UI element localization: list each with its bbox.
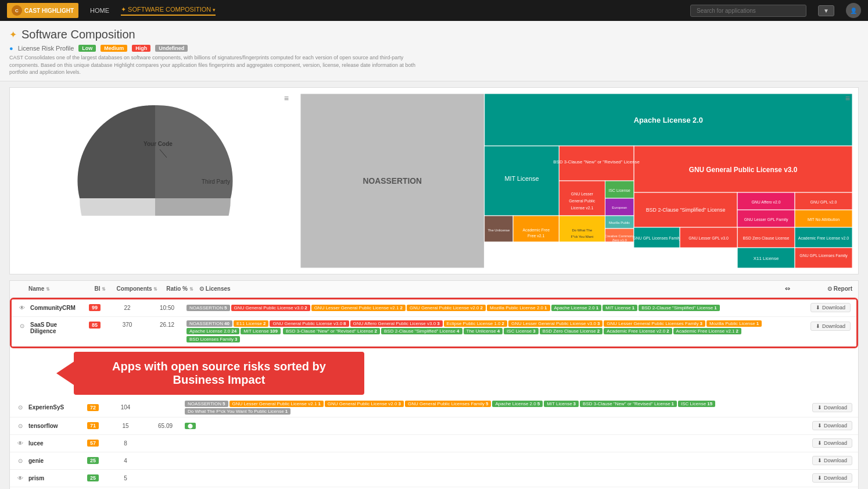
lic-tag[interactable]: NOASSERTION 5 <box>186 305 230 311</box>
row-bi: 71 <box>84 422 102 429</box>
lic-tag[interactable]: GNU General Public License v3.0 8 <box>270 320 349 327</box>
third-party-label: Third Party <box>202 179 230 185</box>
row-components: 4 <box>105 458 146 464</box>
bi-badge: 57 <box>87 440 99 447</box>
sort-ratio-icon[interactable]: ⇅ <box>189 287 193 292</box>
row-name: SaaS Due Diligence <box>30 322 83 334</box>
license-profile-section: ● License Risk Profile Low Medium High U… <box>9 45 859 52</box>
lic-tag[interactable]: BSD 3-Clause "New" or "Revised" License … <box>283 328 380 334</box>
lic-tag[interactable]: MIT License 1 <box>602 305 637 311</box>
lic-tag[interactable]: BSD 3-Clause "New" or "Revised" License … <box>580 401 677 407</box>
row-eye-icon[interactable]: 👁 <box>17 303 27 312</box>
lic-tag[interactable]: GNU Lesser General Public Licenses Famil… <box>604 320 705 327</box>
table-area: Name ⇅ BI ⇅ Components ⇅ Ratio % ⇅ ⊙ L <box>9 280 859 489</box>
lic-tag[interactable]: Academic Free License v2.1 2 <box>673 328 741 334</box>
download-button[interactable]: ⬇ Download <box>812 438 852 448</box>
lic-tag[interactable]: Mozilla Public License 1 <box>706 320 762 327</box>
download-button[interactable]: ⬇ Download <box>810 303 851 312</box>
nav-software-composition[interactable]: ✦ SOFTWARE COMPOSITION ▾ <box>121 6 216 16</box>
lic-tag[interactable]: GNU Lesser General Public License v2.1 1 <box>229 401 324 407</box>
svg-text:GNU Lesser GPL Family: GNU Lesser GPL Family <box>744 217 788 222</box>
row-bi: 25 <box>84 457 102 464</box>
filter-button[interactable]: ▼ <box>818 5 834 16</box>
title-icon: ✦ <box>9 29 17 40</box>
callout-arrow <box>56 362 74 385</box>
treemap-menu-icon[interactable]: ≡ <box>845 94 850 103</box>
lic-tag[interactable]: Apache License 2.0 5 <box>492 401 543 407</box>
treemap-container: Apache License 2.0 GNU General Public Li… <box>300 94 852 268</box>
row-icon[interactable]: ⊙ <box>16 456 25 465</box>
sort-components-icon[interactable]: ⇅ <box>153 287 157 292</box>
svg-text:BSD 3-Clause "New" or "Revised: BSD 3-Clause "New" or "Revised" License <box>553 159 640 165</box>
nav-logo[interactable]: C CAST HIGHLIGHT <box>7 3 78 18</box>
row-icon[interactable]: 👁 <box>16 438 25 448</box>
treemap-section: ≡ Apache License 2.0 GNU General Public … <box>300 94 852 268</box>
lic-tag[interactable]: Do What The F*ck You Want To Public Lice… <box>185 408 290 415</box>
lic-tag[interactable]: NOASSERTION 5 <box>185 401 228 407</box>
lic-tag[interactable]: The Unlicense 4 <box>464 328 503 334</box>
download-button[interactable]: ⬇ Download <box>812 456 852 465</box>
svg-text:GNU GPL Licenses Family: GNU GPL Licenses Family <box>633 236 681 241</box>
row-components: 8 <box>105 440 146 447</box>
nav-chevron-icon: ▾ <box>213 7 216 13</box>
lic-tag[interactable]: ISC License 15 <box>678 401 715 407</box>
your-code-label: Your Code <box>144 141 173 147</box>
lic-tag[interactable]: Eclipse Public License 1.0 2 <box>444 320 507 327</box>
table-row: 👁 lucee 57 8 ⬇ Download <box>10 435 858 452</box>
lic-tag[interactable]: Mozilla Public License 2.0 1 <box>487 305 550 311</box>
search-input[interactable] <box>690 5 806 17</box>
bi-badge: 99 <box>89 304 101 311</box>
lic-tag[interactable]: BSD Zero Clause License 2 <box>540 328 603 334</box>
table-row: ⊙ SaaS Due Diligence 85 370 26.12 NOASSE… <box>12 317 856 347</box>
lic-tag[interactable]: GNU General Public Licenses Family 5 <box>405 401 492 407</box>
lic-tag[interactable]: GNU Lesser General Public License v2.1 2 <box>311 305 406 311</box>
lic-tag[interactable]: GNU Lesser General Public License v3.0 3 <box>508 320 602 327</box>
lic-tag[interactable]: GNU General Public License v2.0 2 <box>407 305 486 311</box>
lic-tag[interactable]: Apache License 2.0 1 <box>551 305 602 311</box>
nav-home[interactable]: HOME <box>90 7 109 14</box>
col-name-header: Name ⇅ <box>28 285 87 292</box>
row-icon[interactable]: 👁 <box>16 473 25 483</box>
sort-name-icon[interactable]: ⇅ <box>46 287 50 292</box>
lic-tag[interactable]: NOASSERTION 40 <box>186 320 232 327</box>
lic-tag[interactable]: ISC License 3 <box>504 328 539 334</box>
lic-tag[interactable]: GNU Affero General Public License v3.0 3 <box>350 320 443 327</box>
license-label: License Risk Profile <box>18 45 74 52</box>
lic-tag[interactable]: Academic Free License v2.0 2 <box>604 328 672 334</box>
download-button[interactable]: ⬇ Download <box>810 322 851 331</box>
download-button[interactable]: ⬇ Download <box>812 403 852 412</box>
lic-tag[interactable]: E11 License 2 <box>234 320 268 327</box>
row-eye-icon[interactable]: ⊙ <box>17 322 27 331</box>
row-bi: 25 <box>84 474 102 481</box>
svg-text:License v2.1: License v2.1 <box>571 206 593 210</box>
download-button[interactable]: ⬇ Download <box>812 421 852 430</box>
lic-tag[interactable]: GNU General Public License v2.0 3 <box>325 401 404 407</box>
lic-tag[interactable]: ⬤ <box>185 423 196 429</box>
col-report-header: ⊙ Report <box>800 285 852 292</box>
lic-tag[interactable]: GNU General Public License v3.0 2 <box>231 305 310 311</box>
lic-tag[interactable]: MIT License 3 <box>544 401 579 407</box>
row-bi: 85 <box>86 322 103 329</box>
table-row: 👁 prism 25 5 ⬇ Download <box>10 470 858 487</box>
row-report: ⬇ Download <box>800 421 852 430</box>
pie-menu-icon[interactable]: ≡ <box>284 94 289 103</box>
main-content: ≡ Your Code Third Party <box>0 81 868 489</box>
svg-text:Zero v1.0: Zero v1.0 <box>612 238 627 242</box>
lic-tag[interactable]: BSD 2-Clause "Simplified" License 4 <box>381 328 462 334</box>
svg-text:European: European <box>612 206 627 209</box>
row-icon[interactable]: ⊙ <box>16 421 25 430</box>
row-name: ExperienSyS <box>28 404 81 411</box>
lic-tag[interactable]: MIT License 109 <box>241 328 281 334</box>
row-icon[interactable]: ⊙ <box>16 403 25 412</box>
user-avatar[interactable]: 👤 <box>846 3 861 18</box>
svg-text:F*ck You Want: F*ck You Want <box>571 235 594 238</box>
lic-tag[interactable]: Apache License 2.0 24 <box>186 328 239 334</box>
download-button[interactable]: ⬇ Download <box>812 473 852 483</box>
circle-icon: ● <box>9 45 13 52</box>
svg-text:GNU Affero v2.0: GNU Affero v2.0 <box>751 200 780 204</box>
col-expand-icon[interactable]: ⇔ <box>785 285 797 292</box>
nav-arrow-icon: ✦ <box>121 6 126 13</box>
sort-bi-icon[interactable]: ⇅ <box>102 287 106 292</box>
lic-tag[interactable]: BSD Licenses Family 3 <box>186 336 240 342</box>
lic-tag[interactable]: BSD 2-Clause "Simplified" License 1 <box>639 305 720 311</box>
